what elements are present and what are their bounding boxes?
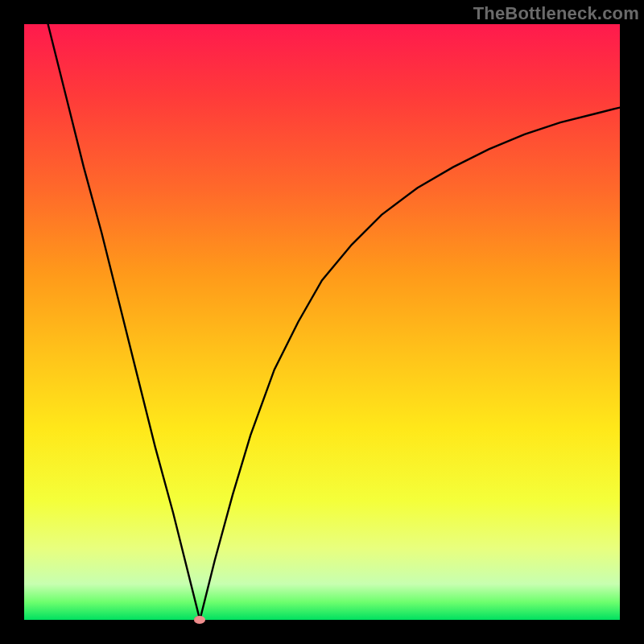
plot-area [24,24,620,620]
chart-frame: TheBottleneck.com [0,0,644,644]
bottleneck-curve [24,24,620,620]
minimum-marker [194,616,205,624]
watermark-text: TheBottleneck.com [473,3,639,24]
curve-path [48,24,620,620]
